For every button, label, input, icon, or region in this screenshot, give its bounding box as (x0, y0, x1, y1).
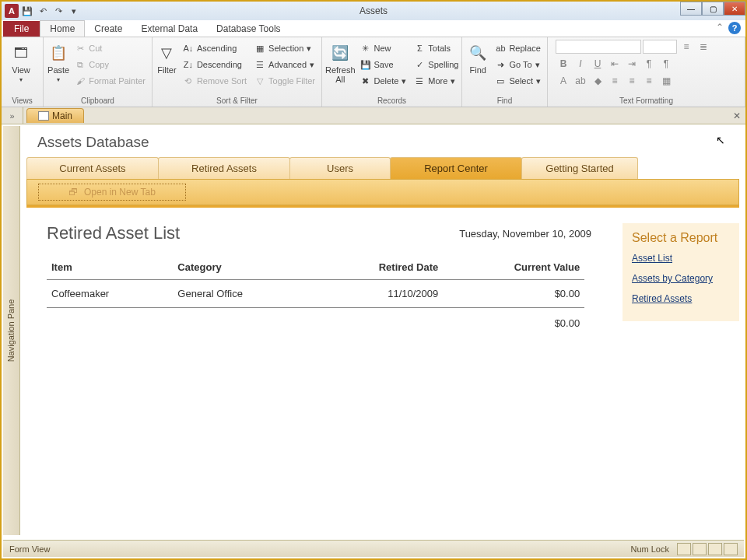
link-asset-list[interactable]: Asset List (632, 253, 730, 264)
totals-icon: Σ (414, 43, 425, 54)
paste-icon: 📋 (47, 42, 69, 64)
document-tab-bar: » Main ✕ (2, 107, 745, 124)
qat-redo-icon[interactable]: ↷ (51, 4, 65, 18)
navigation-pane-collapsed[interactable]: Navigation Pane (3, 126, 20, 535)
document-tab-main[interactable]: Main (26, 108, 84, 123)
report-side-panel: Select a Report Asset List Assets by Cat… (622, 223, 739, 321)
totals-button[interactable]: ΣTotals (411, 40, 461, 56)
col-item: Item (47, 255, 173, 280)
fill-color-icon[interactable]: ◆ (590, 74, 605, 88)
help-icon[interactable]: ? (728, 22, 741, 34)
find-button[interactable]: 🔍 Find (465, 39, 490, 75)
brush-icon: 🖌 (75, 75, 86, 86)
copy-icon: ⧉ (75, 59, 86, 70)
gridlines-icon[interactable]: ▦ (658, 74, 674, 88)
align-center-icon[interactable]: ≡ (624, 74, 640, 88)
group-clipboard-label: Clipboard (44, 96, 152, 105)
indent-decrease-icon[interactable]: ⇤ (607, 57, 622, 71)
maximize-button[interactable]: ▢ (702, 2, 724, 16)
descending-button[interactable]: Z↓Descending (180, 57, 250, 72)
italic-icon[interactable]: I (573, 57, 588, 71)
tab-getting-started[interactable]: Getting Started (521, 157, 638, 179)
view-label: View (12, 65, 30, 75)
toggle-filter-button[interactable]: ▽Toggle Filter (251, 73, 318, 89)
minimize-button[interactable]: — (680, 2, 702, 16)
qat-save-icon[interactable]: 💾 (20, 4, 34, 18)
sort-asc-icon: A↓ (183, 43, 194, 54)
close-button[interactable]: ✕ (724, 2, 745, 16)
copy-button[interactable]: ⧉Copy (72, 57, 149, 72)
filter-button[interactable]: ▽ Filter (156, 39, 178, 75)
ribbon-minimize-icon[interactable]: ⌃ (716, 22, 724, 34)
status-numlock: Num Lock (630, 544, 669, 554)
indent-increase-icon[interactable]: ⇥ (624, 57, 640, 71)
cell-item: Coffeemaker (47, 280, 173, 308)
rtl-icon[interactable]: ¶ (658, 57, 674, 71)
delete-button[interactable]: ✖Delete ▾ (357, 73, 410, 89)
spelling-button[interactable]: ✓Spelling (411, 57, 461, 72)
app-icon[interactable]: A (5, 4, 19, 18)
remove-sort-button[interactable]: ⟲Remove Sort (180, 73, 250, 89)
qat-customize-icon[interactable]: ▾ (67, 4, 81, 18)
layout-view-icon[interactable] (708, 543, 722, 555)
cut-button[interactable]: ✂Cut (72, 40, 149, 56)
ltr-icon[interactable]: ¶ (641, 57, 657, 71)
report-table: Item Category Retired Date Current Value… (47, 255, 584, 337)
tab-create[interactable]: Create (85, 21, 132, 37)
window-controls: — ▢ ✕ (680, 2, 745, 16)
select-icon: ▭ (495, 75, 506, 86)
goto-button[interactable]: ➜Go To ▾ (492, 57, 544, 72)
view-button[interactable]: 🗔 View ▾ (5, 39, 37, 83)
align-right-icon[interactable]: ≡ (641, 74, 657, 88)
page-title: Assets Database (23, 126, 742, 157)
select-button[interactable]: ▭Select ▾ (492, 73, 544, 89)
tab-home[interactable]: Home (40, 20, 85, 37)
align-left-icon[interactable]: ≡ (607, 74, 622, 88)
font-size-combo[interactable] (643, 40, 677, 54)
link-assets-by-category[interactable]: Assets by Category (632, 273, 730, 284)
bullets-icon[interactable]: ≡ (679, 40, 694, 54)
view-shortcuts (677, 543, 738, 555)
format-painter-button[interactable]: 🖌Format Painter (72, 73, 149, 89)
replace-button[interactable]: abReplace (492, 40, 544, 56)
underline-icon[interactable]: U (590, 57, 605, 71)
tab-external-data[interactable]: External Data (132, 21, 207, 37)
selection-button[interactable]: ▦Selection ▾ (251, 40, 318, 56)
more-button[interactable]: ☰More ▾ (411, 73, 461, 89)
link-retired-assets[interactable]: Retired Assets (632, 293, 730, 304)
ribbon: 🗔 View ▾ Views 📋 Paste ▾ ✂Cut ⧉Copy 🖌For… (2, 37, 745, 107)
save-button[interactable]: 💾Save (357, 57, 410, 72)
paste-button[interactable]: 📋 Paste ▾ (47, 39, 70, 83)
main-content: Assets Database Current Assets Retired A… (23, 126, 742, 537)
tab-users[interactable]: Users (289, 157, 391, 179)
advanced-icon: ☰ (254, 59, 265, 70)
highlight-icon[interactable]: ab (573, 74, 588, 88)
tab-database-tools[interactable]: Database Tools (207, 21, 290, 37)
font-color-icon[interactable]: A (556, 74, 571, 88)
ascending-button[interactable]: A↓Ascending (180, 40, 250, 56)
find-icon: 🔍 (467, 42, 489, 64)
col-retired-date: Retired Date (313, 255, 443, 280)
more-icon: ☰ (414, 75, 425, 86)
cell-value: $0.00 (443, 280, 584, 308)
design-view-icon[interactable] (724, 543, 738, 555)
tab-current-assets[interactable]: Current Assets (26, 157, 159, 179)
navpane-expand-icon[interactable]: » (2, 107, 23, 124)
group-sort-filter-label: Sort & Filter (153, 96, 321, 105)
refresh-all-button[interactable]: 🔄 Refresh All (325, 39, 356, 84)
font-combo[interactable] (556, 40, 641, 54)
tab-report-center[interactable]: Report Center (390, 157, 522, 179)
datasheet-view-icon[interactable] (693, 543, 707, 555)
ribbon-tab-strip: File Home Create External Data Database … (2, 20, 745, 37)
qat-undo-icon[interactable]: ↶ (36, 4, 50, 18)
open-in-new-tab-button[interactable]: 🗗 Open in New Tab (38, 184, 186, 201)
tab-retired-assets[interactable]: Retired Assets (158, 157, 290, 179)
form-view-icon[interactable] (677, 543, 691, 555)
file-tab[interactable]: File (3, 21, 40, 37)
numbering-icon[interactable]: ≣ (696, 40, 711, 54)
bold-icon[interactable]: B (556, 57, 571, 71)
advanced-button[interactable]: ☰Advanced ▾ (251, 57, 318, 72)
remove-sort-icon: ⟲ (183, 75, 194, 86)
new-button[interactable]: ✳New (357, 40, 410, 56)
document-close-icon[interactable]: ✕ (733, 110, 741, 121)
